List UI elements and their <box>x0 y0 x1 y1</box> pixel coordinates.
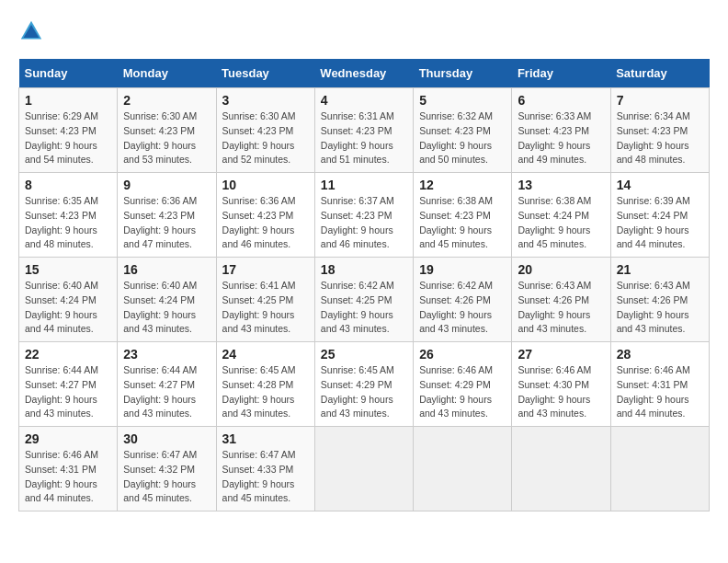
calendar-cell: 19 Sunrise: 6:42 AMSunset: 4:26 PMDaylig… <box>414 258 512 342</box>
day-detail: Sunrise: 6:45 AMSunset: 4:29 PMDaylight:… <box>321 364 394 419</box>
calendar-cell <box>610 427 709 511</box>
weekday-friday: Friday <box>512 59 610 88</box>
calendar-cell: 15 Sunrise: 6:40 AMSunset: 4:24 PMDaylig… <box>19 258 118 342</box>
day-detail: Sunrise: 6:47 AMSunset: 4:32 PMDaylight:… <box>123 449 197 503</box>
day-number: 8 <box>25 178 111 192</box>
calendar-week-4: 22 Sunrise: 6:44 AMSunset: 4:27 PMDaylig… <box>19 342 710 427</box>
weekday-row: SundayMondayTuesdayWednesdayThursdayFrid… <box>19 59 710 88</box>
weekday-tuesday: Tuesday <box>216 59 314 88</box>
calendar-body: 1 Sunrise: 6:29 AMSunset: 4:23 PMDayligh… <box>19 88 710 511</box>
day-number: 7 <box>617 93 703 108</box>
day-number: 23 <box>123 347 210 362</box>
day-number: 4 <box>321 93 407 108</box>
day-detail: Sunrise: 6:41 AMSunset: 4:25 PMDaylight:… <box>222 280 296 334</box>
day-detail: Sunrise: 6:40 AMSunset: 4:24 PMDaylight:… <box>25 280 98 334</box>
day-detail: Sunrise: 6:46 AMSunset: 4:30 PMDaylight:… <box>518 364 591 419</box>
day-detail: Sunrise: 6:42 AMSunset: 4:25 PMDaylight:… <box>321 280 394 334</box>
day-number: 1 <box>25 93 111 108</box>
day-number: 9 <box>123 178 210 192</box>
day-detail: Sunrise: 6:36 AMSunset: 4:23 PMDaylight:… <box>123 195 197 249</box>
day-detail: Sunrise: 6:43 AMSunset: 4:26 PMDaylight:… <box>518 280 591 334</box>
day-detail: Sunrise: 6:32 AMSunset: 4:23 PMDaylight:… <box>419 110 493 165</box>
day-detail: Sunrise: 6:40 AMSunset: 4:24 PMDaylight:… <box>123 280 197 334</box>
calendar-week-2: 8 Sunrise: 6:35 AMSunset: 4:23 PMDayligh… <box>19 173 710 258</box>
weekday-thursday: Thursday <box>414 59 512 88</box>
day-number: 5 <box>419 93 506 108</box>
weekday-monday: Monday <box>118 59 216 88</box>
calendar-cell: 5 Sunrise: 6:32 AMSunset: 4:23 PMDayligh… <box>414 88 512 173</box>
calendar-cell: 26 Sunrise: 6:46 AMSunset: 4:29 PMDaylig… <box>414 342 512 427</box>
day-detail: Sunrise: 6:36 AMSunset: 4:23 PMDaylight:… <box>222 195 296 249</box>
day-detail: Sunrise: 6:37 AMSunset: 4:23 PMDaylight:… <box>321 195 394 249</box>
logo-icon <box>18 18 44 44</box>
calendar-cell: 27 Sunrise: 6:46 AMSunset: 4:30 PMDaylig… <box>512 342 610 427</box>
calendar-cell: 1 Sunrise: 6:29 AMSunset: 4:23 PMDayligh… <box>19 88 118 173</box>
day-detail: Sunrise: 6:33 AMSunset: 4:23 PMDaylight:… <box>518 110 591 165</box>
day-number: 24 <box>222 347 309 362</box>
day-number: 16 <box>123 262 210 277</box>
calendar-cell: 22 Sunrise: 6:44 AMSunset: 4:27 PMDaylig… <box>19 342 118 427</box>
day-number: 11 <box>321 178 407 192</box>
calendar-week-1: 1 Sunrise: 6:29 AMSunset: 4:23 PMDayligh… <box>19 88 710 173</box>
day-number: 20 <box>518 262 604 277</box>
day-detail: Sunrise: 6:47 AMSunset: 4:33 PMDaylight:… <box>222 449 296 503</box>
calendar-cell: 2 Sunrise: 6:30 AMSunset: 4:23 PMDayligh… <box>118 88 216 173</box>
day-number: 3 <box>222 93 309 108</box>
calendar-cell: 7 Sunrise: 6:34 AMSunset: 4:23 PMDayligh… <box>610 88 709 173</box>
day-number: 27 <box>518 347 604 362</box>
calendar-week-3: 15 Sunrise: 6:40 AMSunset: 4:24 PMDaylig… <box>19 258 710 342</box>
calendar-cell: 12 Sunrise: 6:38 AMSunset: 4:23 PMDaylig… <box>414 173 512 258</box>
day-detail: Sunrise: 6:44 AMSunset: 4:27 PMDaylight:… <box>25 364 98 419</box>
calendar-cell <box>414 427 512 511</box>
calendar-cell: 6 Sunrise: 6:33 AMSunset: 4:23 PMDayligh… <box>512 88 610 173</box>
day-detail: Sunrise: 6:29 AMSunset: 4:23 PMDaylight:… <box>25 110 98 165</box>
day-detail: Sunrise: 6:38 AMSunset: 4:24 PMDaylight:… <box>518 195 591 249</box>
day-detail: Sunrise: 6:46 AMSunset: 4:29 PMDaylight:… <box>419 364 493 419</box>
day-number: 18 <box>321 262 407 277</box>
day-number: 25 <box>321 347 407 362</box>
calendar-cell: 20 Sunrise: 6:43 AMSunset: 4:26 PMDaylig… <box>512 258 610 342</box>
day-detail: Sunrise: 6:30 AMSunset: 4:23 PMDaylight:… <box>123 110 197 165</box>
calendar-cell <box>512 427 610 511</box>
calendar-week-5: 29 Sunrise: 6:46 AMSunset: 4:31 PMDaylig… <box>19 427 710 511</box>
day-detail: Sunrise: 6:43 AMSunset: 4:26 PMDaylight:… <box>617 280 690 334</box>
calendar-cell: 31 Sunrise: 6:47 AMSunset: 4:33 PMDaylig… <box>216 427 314 511</box>
day-detail: Sunrise: 6:46 AMSunset: 4:31 PMDaylight:… <box>617 364 690 419</box>
day-number: 21 <box>617 262 703 277</box>
day-number: 22 <box>25 347 111 362</box>
calendar-cell: 23 Sunrise: 6:44 AMSunset: 4:27 PMDaylig… <box>118 342 216 427</box>
calendar-cell: 8 Sunrise: 6:35 AMSunset: 4:23 PMDayligh… <box>19 173 118 258</box>
day-number: 13 <box>518 178 604 192</box>
calendar-cell: 4 Sunrise: 6:31 AMSunset: 4:23 PMDayligh… <box>314 88 413 173</box>
day-detail: Sunrise: 6:44 AMSunset: 4:27 PMDaylight:… <box>123 364 197 419</box>
day-number: 6 <box>518 93 604 108</box>
day-detail: Sunrise: 6:31 AMSunset: 4:23 PMDaylight:… <box>321 110 394 165</box>
day-detail: Sunrise: 6:45 AMSunset: 4:28 PMDaylight:… <box>222 364 296 419</box>
day-number: 12 <box>419 178 506 192</box>
day-number: 30 <box>123 431 210 446</box>
calendar-cell: 14 Sunrise: 6:39 AMSunset: 4:24 PMDaylig… <box>610 173 709 258</box>
logo <box>18 18 48 44</box>
day-number: 14 <box>617 178 703 192</box>
weekday-wednesday: Wednesday <box>314 59 413 88</box>
day-detail: Sunrise: 6:38 AMSunset: 4:23 PMDaylight:… <box>419 195 493 249</box>
calendar-cell: 28 Sunrise: 6:46 AMSunset: 4:31 PMDaylig… <box>610 342 709 427</box>
day-number: 15 <box>25 262 111 277</box>
calendar-cell: 11 Sunrise: 6:37 AMSunset: 4:23 PMDaylig… <box>314 173 413 258</box>
calendar-header: SundayMondayTuesdayWednesdayThursdayFrid… <box>19 59 710 88</box>
calendar-cell: 10 Sunrise: 6:36 AMSunset: 4:23 PMDaylig… <box>216 173 314 258</box>
calendar-cell: 3 Sunrise: 6:30 AMSunset: 4:23 PMDayligh… <box>216 88 314 173</box>
day-number: 2 <box>123 93 210 108</box>
day-number: 19 <box>419 262 506 277</box>
calendar-cell: 16 Sunrise: 6:40 AMSunset: 4:24 PMDaylig… <box>118 258 216 342</box>
day-detail: Sunrise: 6:34 AMSunset: 4:23 PMDaylight:… <box>617 110 690 165</box>
day-number: 28 <box>617 347 703 362</box>
day-detail: Sunrise: 6:39 AMSunset: 4:24 PMDaylight:… <box>617 195 690 249</box>
day-detail: Sunrise: 6:35 AMSunset: 4:23 PMDaylight:… <box>25 195 98 249</box>
weekday-saturday: Saturday <box>610 59 709 88</box>
day-detail: Sunrise: 6:42 AMSunset: 4:26 PMDaylight:… <box>419 280 493 334</box>
page-header <box>18 18 710 44</box>
calendar-cell: 29 Sunrise: 6:46 AMSunset: 4:31 PMDaylig… <box>19 427 118 511</box>
weekday-sunday: Sunday <box>19 59 118 88</box>
calendar-cell: 18 Sunrise: 6:42 AMSunset: 4:25 PMDaylig… <box>314 258 413 342</box>
